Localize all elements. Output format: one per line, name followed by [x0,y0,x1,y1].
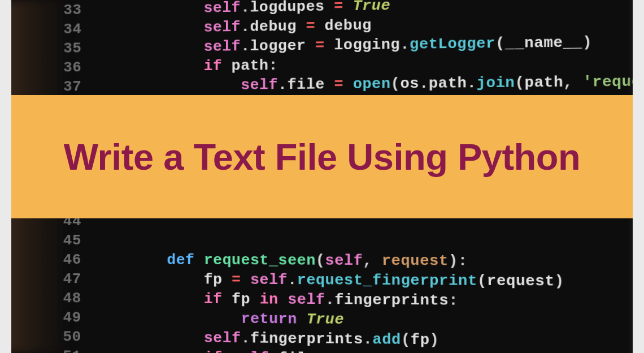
code-line: 46 def request_seen(self, request): [62,250,644,272]
title-banner: Write a Text File Using Python [11,95,633,218]
banner-title-text: Write a Text File Using Python [64,136,580,178]
right-margin-strip [633,0,644,353]
left-margin-strip [0,0,11,353]
code-line: 45 [62,231,644,252]
